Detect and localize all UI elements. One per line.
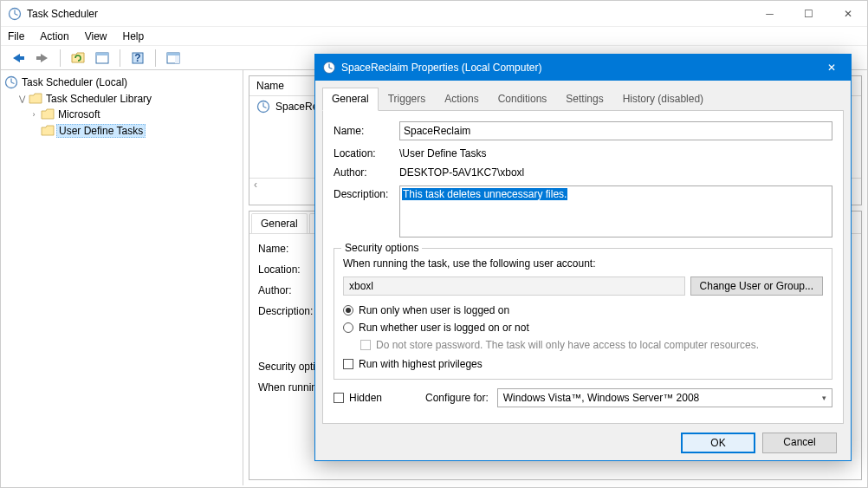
expander-icon[interactable]: ⋁ [16, 94, 27, 103]
minimize-button[interactable]: ─ [750, 1, 789, 27]
radio-run-logged-on[interactable]: Run only when user is logged on [343, 304, 823, 316]
ok-button[interactable]: OK [681, 433, 755, 453]
checkbox-highest-privileges[interactable]: Run with highest privileges [343, 358, 823, 370]
svg-rect-7 [96, 53, 108, 55]
svg-marker-3 [13, 54, 24, 62]
svg-text:?: ? [134, 52, 140, 64]
name-input[interactable] [399, 121, 832, 140]
forward-button[interactable] [32, 49, 53, 68]
dialog-icon [322, 61, 336, 75]
toolbar-refresh-icon[interactable] [68, 49, 88, 68]
tab-triggers[interactable]: Triggers [379, 88, 436, 110]
checkbox-hidden[interactable]: Hidden [334, 392, 382, 404]
location-label: Location: [334, 147, 394, 159]
checkbox-label: Do not store password. The task will onl… [376, 339, 759, 351]
clock-icon [4, 75, 18, 89]
svg-marker-4 [36, 54, 48, 62]
radio-label: Run only when user is logged on [359, 304, 509, 316]
user-account-value: xboxl [343, 277, 685, 296]
change-user-button[interactable]: Change User or Group... [690, 277, 823, 296]
tab-actions[interactable]: Actions [435, 88, 488, 110]
folder-icon [41, 125, 55, 137]
tab-history[interactable]: History (disabled) [613, 88, 713, 110]
properties-dialog: SpaceReclaim Properties (Local Computer)… [314, 54, 852, 461]
radio-label: Run whether user is logged on or not [359, 322, 529, 334]
tree-label: User Define Tasks [56, 124, 146, 138]
svg-marker-17 [42, 109, 54, 119]
tab-general[interactable]: General [322, 88, 379, 111]
security-legend: Security options [341, 242, 422, 254]
configurefor-label: Configure for: [425, 392, 489, 404]
svg-rect-12 [175, 55, 179, 63]
tree-label: Task Scheduler Library [44, 93, 153, 105]
toolbar-panel2-icon[interactable] [163, 49, 184, 68]
tree-pane[interactable]: Task Scheduler (Local) ⋁ Task Scheduler … [1, 70, 243, 485]
author-value: DESKTOP-5AV1KC7\xboxl [399, 166, 832, 179]
when-running-label: When running the task, use the following… [343, 257, 823, 270]
checkbox-label: Hidden [349, 392, 382, 404]
toolbar-panel-icon[interactable] [92, 49, 113, 68]
radio-run-whether[interactable]: Run whether user is logged on or not [343, 322, 823, 334]
cancel-button[interactable]: Cancel [762, 433, 837, 453]
name-label: Name: [334, 125, 394, 137]
configurefor-select[interactable]: Windows Vista™, Windows Server™ 2008 ▾ [497, 388, 832, 407]
close-button[interactable]: ✕ [828, 1, 867, 27]
detail-tab-general[interactable]: General [251, 213, 308, 233]
back-button[interactable] [8, 49, 29, 68]
menu-help[interactable]: Help [123, 30, 145, 42]
maximize-button[interactable]: ☐ [789, 1, 828, 27]
menu-file[interactable]: File [8, 30, 24, 42]
tree-library[interactable]: ⋁ Task Scheduler Library [4, 91, 239, 107]
app-icon [8, 7, 22, 21]
checkbox-label: Run with highest privileges [359, 358, 483, 370]
tree-label: Task Scheduler (Local) [20, 76, 129, 88]
toolbar-help-icon[interactable]: ? [127, 49, 148, 68]
tree-label: Microsoft [56, 108, 102, 120]
security-options-group: Security options When running the task, … [334, 248, 832, 380]
description-input[interactable]: This task deletes unnecessary files. [399, 185, 832, 237]
window-title: Task Scheduler [27, 8, 750, 20]
expander-icon[interactable]: › [29, 110, 39, 119]
location-value: \User Define Tasks [399, 147, 832, 159]
svg-marker-18 [42, 126, 54, 135]
chevron-down-icon: ▾ [822, 394, 826, 402]
detail-whenrunning-label: When runnin [258, 381, 317, 394]
description-text: This task deletes unnecessary files. [402, 188, 567, 200]
detail-security-label: Security optic [258, 361, 321, 373]
configurefor-value: Windows Vista™, Windows Server™ 2008 [503, 392, 700, 404]
tree-root[interactable]: Task Scheduler (Local) [4, 74, 239, 91]
svg-marker-16 [29, 94, 42, 103]
menu-view[interactable]: View [85, 30, 107, 42]
tree-microsoft[interactable]: › Microsoft [4, 107, 239, 122]
checkbox-donotstore: Do not store password. The task will onl… [360, 339, 823, 351]
author-label: Author: [334, 166, 394, 179]
description-label: Description: [334, 185, 394, 237]
tab-conditions[interactable]: Conditions [489, 88, 557, 110]
tree-user-define[interactable]: User Define Tasks [4, 122, 239, 140]
folder-icon [29, 93, 42, 105]
dialog-title: SpaceReclaim Properties (Local Computer) [341, 62, 813, 74]
svg-rect-11 [167, 53, 179, 55]
dialog-close-button[interactable]: ✕ [813, 55, 851, 81]
tab-settings[interactable]: Settings [556, 88, 612, 110]
menu-action[interactable]: Action [40, 30, 68, 42]
task-icon [256, 100, 270, 114]
folder-icon [41, 108, 55, 120]
